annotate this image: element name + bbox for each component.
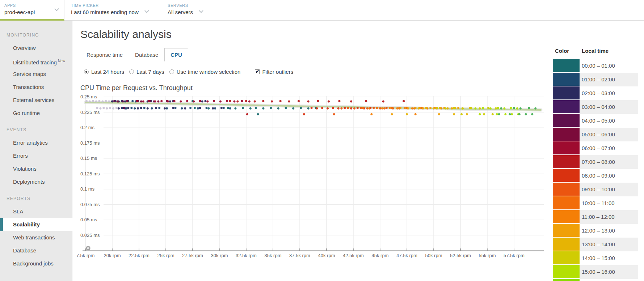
scatter-point[interactable]	[311, 107, 313, 109]
scatter-point[interactable]	[169, 100, 171, 102]
scatter-point[interactable]	[340, 107, 342, 110]
scatter-point[interactable]	[487, 107, 489, 109]
scatter-point[interactable]	[199, 107, 201, 109]
scatter-point[interactable]	[173, 100, 176, 102]
server-picker[interactable]: SERVERS All servers	[168, 3, 203, 15]
scatter-point[interactable]	[212, 107, 214, 110]
scatter-point[interactable]	[148, 100, 150, 102]
scatter-point[interactable]	[337, 107, 340, 110]
scatter-point[interactable]	[92, 100, 94, 102]
scatter-point[interactable]	[113, 100, 115, 102]
scatter-point[interactable]	[338, 100, 341, 102]
scatter-point[interactable]	[236, 100, 239, 102]
scatter-point[interactable]	[96, 107, 98, 109]
scatter-point[interactable]	[503, 107, 505, 110]
scatter-point[interactable]	[184, 107, 186, 110]
scatter-point[interactable]	[262, 100, 264, 102]
scatter-point[interactable]	[511, 113, 513, 115]
scatter-point[interactable]	[303, 113, 305, 115]
scatter-point[interactable]	[399, 107, 401, 109]
scatter-point[interactable]	[123, 107, 125, 109]
sidebar-item-service-maps[interactable]: Service maps	[0, 68, 72, 81]
scatter-point[interactable]	[109, 107, 111, 109]
scatter-point[interactable]	[350, 107, 352, 110]
scatter-point[interactable]	[199, 100, 201, 102]
scatter-point[interactable]	[332, 107, 334, 109]
scatter-point[interactable]	[307, 107, 310, 110]
scatter-point[interactable]	[411, 107, 413, 110]
scatter-point[interactable]	[106, 107, 108, 110]
scatter-point[interactable]	[234, 107, 236, 110]
scatter-point[interactable]	[155, 107, 157, 109]
scatter-point[interactable]	[180, 100, 182, 102]
scatter-point[interactable]	[386, 107, 388, 109]
scatter-plot-svg[interactable]: 7.5k rpm20k rpm22.5k rpm25k rpm27.5k rpm…	[80, 93, 544, 259]
scatter-point[interactable]	[347, 107, 349, 109]
sidebar-item-distributed-tracing[interactable]: Distributed tracingNew	[0, 55, 72, 68]
scatter-point[interactable]	[158, 107, 160, 109]
scatter-point[interactable]	[344, 107, 346, 109]
scatter-point[interactable]	[223, 107, 225, 109]
scatter-point[interactable]	[89, 100, 91, 102]
scatter-point[interactable]	[115, 107, 118, 109]
sidebar-item-transactions[interactable]: Transactions	[0, 81, 72, 94]
scatter-point[interactable]	[111, 100, 113, 102]
scatter-point[interactable]	[391, 113, 393, 115]
tab-database[interactable]: Database	[129, 48, 164, 61]
outlier-ring-marker[interactable]	[87, 247, 90, 250]
sidebar-item-external-services[interactable]: External services	[0, 94, 72, 107]
scatter-point[interactable]	[194, 107, 196, 109]
scatter-point[interactable]	[372, 107, 375, 109]
scatter-point[interactable]	[370, 113, 372, 115]
scatter-point[interactable]	[518, 113, 521, 115]
scatter-point[interactable]	[137, 107, 139, 110]
scatter-point[interactable]	[510, 107, 512, 109]
scatter-point[interactable]	[279, 100, 282, 102]
scatter-point[interactable]	[98, 100, 101, 102]
scatter-point[interactable]	[466, 113, 468, 115]
scatter-point[interactable]	[220, 107, 223, 109]
sidebar-item-violations[interactable]: Violations	[0, 162, 72, 175]
scatter-point[interactable]	[451, 107, 453, 110]
sidebar-item-sla[interactable]: SLA	[0, 205, 72, 218]
scatter-point[interactable]	[436, 107, 438, 109]
scatter-point[interactable]	[157, 100, 159, 102]
scatter-point[interactable]	[376, 107, 378, 109]
sidebar-item-deployments[interactable]: Deployments	[0, 175, 72, 188]
scatter-point[interactable]	[333, 113, 335, 115]
scatter-point[interactable]	[197, 107, 199, 110]
scatter-point[interactable]	[445, 107, 447, 110]
scatter-point[interactable]	[422, 107, 424, 110]
scatter-point[interactable]	[122, 100, 124, 102]
scatter-point[interactable]	[498, 113, 500, 115]
scatter-point[interactable]	[350, 100, 352, 102]
scatter-point[interactable]	[453, 113, 455, 115]
time-picker[interactable]: TIME PICKER Last 60 minutes ending now	[71, 3, 148, 15]
scatter-point[interactable]	[528, 107, 530, 109]
scatter-point[interactable]	[213, 100, 215, 102]
scatter-point[interactable]	[513, 107, 515, 109]
scatter-point[interactable]	[418, 107, 420, 110]
radio-last-24-hours[interactable]: Last 24 hours	[84, 69, 124, 75]
scatter-point[interactable]	[492, 113, 494, 115]
scatter-point[interactable]	[531, 113, 533, 115]
scatter-point[interactable]	[497, 107, 499, 109]
scatter-point[interactable]	[95, 100, 97, 102]
scatter-point[interactable]	[360, 107, 362, 109]
scatter-point[interactable]	[447, 107, 449, 110]
scatter-point[interactable]	[277, 107, 279, 110]
scatter-point[interactable]	[193, 100, 195, 102]
scatter-point[interactable]	[207, 107, 210, 110]
scatter-point[interactable]	[474, 107, 476, 110]
scatter-point[interactable]	[206, 100, 209, 102]
scatter-point[interactable]	[134, 107, 136, 110]
scatter-point[interactable]	[257, 113, 259, 115]
scatter-point[interactable]	[298, 100, 300, 102]
sidebar-item-database[interactable]: Database	[0, 244, 72, 257]
scatter-point[interactable]	[143, 107, 146, 109]
scatter-point[interactable]	[219, 100, 222, 102]
scatter-point[interactable]	[406, 113, 408, 115]
scatter-point[interactable]	[353, 107, 355, 110]
sidebar-item-error-analytics[interactable]: Error analytics	[0, 136, 72, 149]
scatter-point[interactable]	[255, 107, 257, 109]
